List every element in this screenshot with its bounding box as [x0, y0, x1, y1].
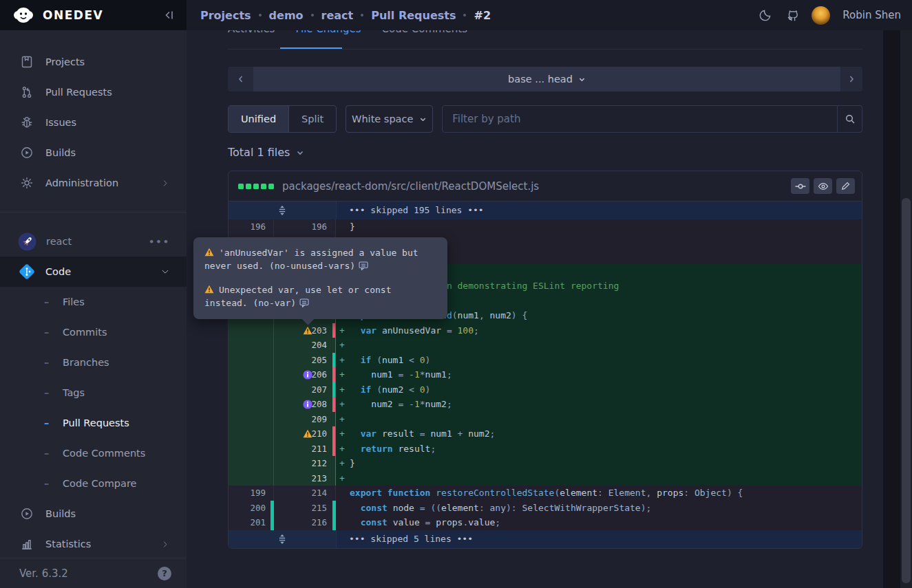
code-line[interactable]: + — [335, 412, 862, 427]
code-line[interactable]: + if (num2 < 0) — [335, 382, 862, 398]
diff-skipped-row: ••• skipped 5 lines ••• — [229, 530, 862, 548]
sidebar-subitem-pull-requests[interactable]: –Pull Requests — [0, 408, 187, 438]
sidebar-subitem-commits[interactable]: –Commits — [0, 317, 187, 347]
sidebar-item-projects[interactable]: Projects — [0, 47, 187, 77]
next-commit-button[interactable] — [840, 67, 862, 91]
sidebar-item-code[interactable]: Code — [0, 257, 187, 287]
tabs-divider — [228, 49, 862, 50]
onedev-logo-icon — [12, 6, 34, 24]
edit-file-button[interactable] — [836, 178, 855, 194]
collapse-sidebar-button[interactable] — [163, 9, 176, 21]
sidebar-item-label: Pull Requests — [45, 87, 170, 98]
sidebar-subitem-code-comments[interactable]: –Code Comments — [0, 438, 187, 468]
diff-mode-unified[interactable]: Unified — [229, 106, 288, 132]
vertical-scrollbar[interactable] — [900, 30, 912, 588]
code-line[interactable]: + — [335, 471, 862, 486]
revision-range-selector[interactable]: base ... head — [253, 67, 840, 91]
sidebar-item-builds[interactable]: Builds — [0, 499, 187, 529]
chevron-right-icon — [161, 179, 170, 188]
info-icon[interactable] — [303, 400, 312, 409]
warning-icon[interactable] — [303, 429, 312, 439]
scrollbar-thumb[interactable] — [902, 198, 911, 583]
code-line[interactable]: + num2 = -1*num2; — [335, 397, 862, 412]
diff-line-row: 201216 const value = props.value; — [229, 515, 862, 530]
view-commit-button[interactable] — [791, 178, 809, 194]
new-line-number: 205 — [274, 353, 336, 368]
sidebar-item-issues[interactable]: Issues — [0, 107, 187, 138]
breadcrumb: ProjectsdemoreactPull Requests#2 — [200, 9, 759, 22]
new-line-number: 213 — [274, 471, 336, 486]
breadcrumb-item[interactable]: Projects — [200, 9, 251, 22]
whitespace-label: White space — [352, 113, 413, 124]
dark-mode-toggle[interactable] — [759, 8, 773, 22]
sidebar-project-react[interactable]: react ••• — [0, 226, 187, 257]
sidebar-footer: Ver. 6.3.2 ? — [0, 558, 187, 588]
sidebar-subitem-files[interactable]: –Files — [0, 287, 187, 317]
code-line[interactable]: + var result = num1 + num2; — [335, 426, 862, 442]
revision-range-bar: base ... head — [228, 67, 862, 91]
app-window: ActivitiesFile ChangesCode Comments base… — [0, 0, 912, 588]
expand-lines-icon[interactable] — [277, 534, 287, 544]
ellipsis-menu-icon[interactable]: ••• — [149, 237, 170, 247]
diff-line-row: 203+ var anUnusedVar = 100; — [229, 323, 862, 338]
new-line-number: 209 — [274, 412, 336, 427]
diff-mode-split[interactable]: Split — [288, 106, 336, 132]
code-line[interactable]: const node = ((element: any): SelectWith… — [336, 501, 862, 516]
top-bar: ProjectsdemoreactPull Requests#2 Robin S… — [187, 0, 912, 30]
help-icon[interactable]: ? — [158, 567, 171, 580]
sidebar-subitem-branches[interactable]: –Branches — [0, 347, 187, 378]
breadcrumb-item[interactable]: react — [321, 9, 354, 22]
expand-lines-icon[interactable] — [277, 206, 287, 215]
comment-icon[interactable] — [299, 298, 310, 307]
bug-icon — [19, 115, 34, 130]
comment-icon[interactable] — [359, 261, 369, 270]
breadcrumb-separator — [361, 14, 363, 17]
github-icon — [785, 8, 799, 22]
sidebar-subitem-code-compare[interactable]: –Code Compare — [0, 468, 187, 499]
total-files-toggle[interactable]: Total 1 files — [228, 146, 304, 159]
filter-by-path-input[interactable] — [442, 105, 838, 133]
sidebar-item-label: Builds — [45, 508, 170, 519]
warning-icon[interactable] — [303, 326, 312, 336]
sidebar: ONEDEV Projects Pull Requests Issues Bui… — [0, 0, 187, 588]
dash-icon: – — [44, 417, 54, 428]
active-tab-underline — [280, 47, 342, 49]
code-line[interactable]: + return result; — [335, 442, 862, 457]
chevron-down-icon — [419, 116, 427, 123]
github-link[interactable] — [785, 8, 799, 22]
view-file-button[interactable] — [814, 178, 832, 194]
sidebar-item-label: Projects — [45, 56, 170, 67]
code-line[interactable]: export function restoreControlledState(e… — [336, 486, 862, 501]
user-name[interactable]: Robin Shen — [842, 9, 901, 21]
sidebar-item-label: Code Compare — [63, 478, 137, 489]
change-blocks-indicator — [238, 184, 274, 189]
sidebar-item-label: Code — [45, 266, 160, 277]
sidebar-item-builds[interactable]: Builds — [0, 138, 187, 168]
breadcrumb-item[interactable]: Pull Requests — [371, 9, 456, 22]
info-icon[interactable] — [303, 370, 312, 380]
code-line[interactable]: + num1 = -1*num1; — [335, 367, 862, 382]
whitespace-dropdown[interactable]: White space — [346, 105, 433, 133]
sidebar-item-pull-requests[interactable]: Pull Requests — [0, 77, 187, 107]
sidebar-item-statistics[interactable]: Statistics — [0, 529, 187, 559]
diff-line-row: 213+ — [229, 471, 862, 486]
code-line[interactable]: } — [336, 219, 862, 235]
play-circle-icon — [19, 145, 34, 160]
code-line[interactable]: +} — [335, 456, 862, 471]
new-line-number: 207 — [274, 382, 336, 398]
code-line[interactable]: + var anUnusedVar = 100; — [335, 323, 862, 338]
new-line-number: 208 — [274, 397, 336, 412]
code-line[interactable]: const value = props.value; — [336, 515, 862, 530]
search-button[interactable] — [838, 105, 862, 133]
code-line[interactable]: + — [335, 338, 862, 353]
sidebar-item-administration[interactable]: Administration — [0, 168, 187, 198]
sidebar-subitem-tags[interactable]: –Tags — [0, 378, 187, 408]
code-line[interactable]: + if (num1 < 0) — [335, 353, 862, 368]
skipped-lines-label: ••• skipped 195 lines ••• — [337, 202, 862, 219]
eye-icon — [818, 181, 829, 192]
user-avatar[interactable] — [812, 6, 830, 25]
new-line-number: 206 — [274, 367, 336, 382]
prev-commit-button[interactable] — [228, 67, 253, 91]
breadcrumb-item[interactable]: demo — [269, 9, 304, 22]
diff-gutter — [229, 530, 337, 548]
